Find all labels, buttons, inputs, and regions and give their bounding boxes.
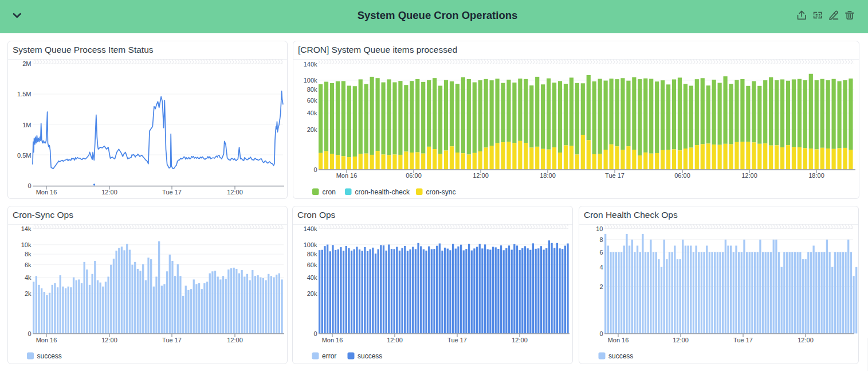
svg-text:18:00: 18:00 xyxy=(540,172,556,179)
svg-text:Mon 16: Mon 16 xyxy=(608,337,629,343)
svg-text:140k: 140k xyxy=(304,225,317,232)
svg-text:80k: 80k xyxy=(307,251,317,257)
svg-text:0: 0 xyxy=(313,330,317,337)
svg-text:2M: 2M xyxy=(22,60,31,67)
svg-text:Tue 17: Tue 17 xyxy=(162,337,182,343)
svg-text:Mon 16: Mon 16 xyxy=(36,189,57,196)
svg-text:Tue 17: Tue 17 xyxy=(733,337,753,343)
svg-text:18:00: 18:00 xyxy=(808,172,824,179)
svg-text:error: error xyxy=(322,352,336,360)
svg-text:20k: 20k xyxy=(307,290,317,297)
svg-text:06:00: 06:00 xyxy=(674,172,690,179)
svg-text:Tue 17: Tue 17 xyxy=(162,189,182,196)
svg-text:40k: 40k xyxy=(307,110,317,116)
svg-text:success: success xyxy=(37,352,62,360)
svg-text:10k: 10k xyxy=(21,241,32,248)
svg-text:12:00: 12:00 xyxy=(227,189,243,196)
svg-text:10: 10 xyxy=(596,225,603,232)
svg-text:Mon 16: Mon 16 xyxy=(322,337,343,343)
svg-text:80k: 80k xyxy=(307,86,317,93)
svg-text:8: 8 xyxy=(599,236,603,243)
svg-text:1.5M: 1.5M xyxy=(17,91,31,97)
svg-text:12:00: 12:00 xyxy=(101,337,117,343)
svg-text:60k: 60k xyxy=(307,261,317,268)
svg-text:100k: 100k xyxy=(304,241,317,248)
svg-text:success: success xyxy=(608,352,633,360)
svg-text:Tue 17: Tue 17 xyxy=(447,337,467,343)
svg-text:12:00: 12:00 xyxy=(798,337,814,343)
svg-text:12:00: 12:00 xyxy=(387,337,403,343)
svg-text:0: 0 xyxy=(28,182,31,189)
svg-text:0: 0 xyxy=(28,330,31,337)
svg-text:4k: 4k xyxy=(25,274,32,281)
svg-text:Mon 16: Mon 16 xyxy=(36,337,57,343)
svg-text:140k: 140k xyxy=(304,61,317,68)
svg-text:1M: 1M xyxy=(22,122,31,128)
svg-text:2: 2 xyxy=(599,283,603,290)
svg-text:Mon 16: Mon 16 xyxy=(336,172,358,179)
svg-text:12:00: 12:00 xyxy=(101,189,117,196)
svg-text:cron-health-check: cron-health-check xyxy=(355,188,410,196)
svg-text:12:00: 12:00 xyxy=(227,337,243,343)
svg-text:100k: 100k xyxy=(304,77,317,84)
svg-text:2k: 2k xyxy=(25,290,32,297)
svg-text:0: 0 xyxy=(313,166,317,173)
svg-text:4: 4 xyxy=(599,264,603,271)
svg-text:20k: 20k xyxy=(307,126,317,133)
svg-text:6k: 6k xyxy=(25,261,32,268)
svg-text:0: 0 xyxy=(599,330,603,337)
svg-text:12:00: 12:00 xyxy=(512,337,528,343)
svg-text:40k: 40k xyxy=(307,274,317,281)
svg-text:6: 6 xyxy=(599,249,603,256)
svg-text:06:00: 06:00 xyxy=(406,172,422,179)
svg-text:12:00: 12:00 xyxy=(473,172,489,179)
svg-text:success: success xyxy=(358,352,382,360)
svg-text:cron-sync: cron-sync xyxy=(426,188,456,196)
svg-text:8k: 8k xyxy=(25,251,32,257)
svg-text:12:00: 12:00 xyxy=(741,172,757,179)
svg-text:0.5M: 0.5M xyxy=(17,152,31,159)
svg-text:12:00: 12:00 xyxy=(673,337,689,343)
svg-text:cron: cron xyxy=(323,188,336,196)
svg-text:Tue 17: Tue 17 xyxy=(605,172,625,179)
svg-text:14k: 14k xyxy=(21,225,32,232)
svg-text:60k: 60k xyxy=(307,97,317,104)
